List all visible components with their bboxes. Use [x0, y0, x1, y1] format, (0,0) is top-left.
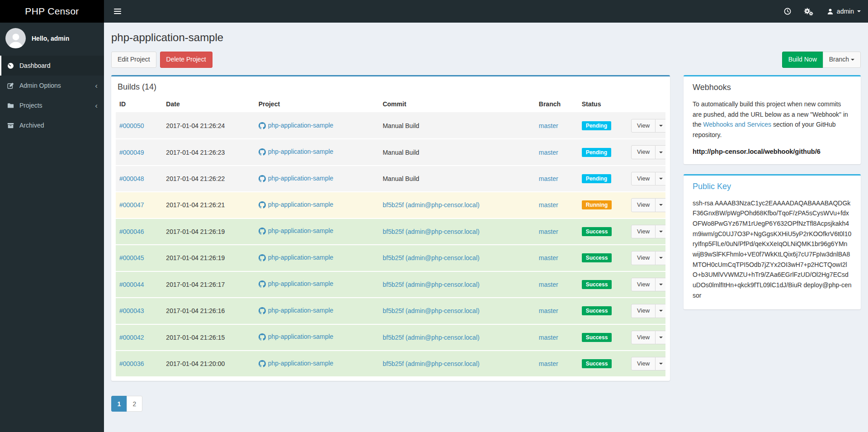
commit-link[interactable]: bf5b25f (admin@php-censor.local) — [382, 254, 479, 261]
branch-link[interactable]: master — [539, 307, 558, 314]
branch-link[interactable]: master — [539, 334, 558, 341]
branch-link[interactable]: master — [539, 281, 558, 288]
caret-down-icon — [659, 337, 663, 338]
project-link[interactable]: php-application-sample — [259, 360, 334, 367]
view-button[interactable]: View — [631, 145, 656, 159]
webhooks-and-services-link[interactable]: Webhooks and Services — [703, 121, 771, 128]
user-silhouette-icon — [7, 31, 24, 48]
webhooks-panel: Webhooks To automatically build this pro… — [684, 75, 861, 164]
table-row: #000050 2017-01-04 21:26:24 php-applicat… — [116, 113, 665, 139]
sidebar-item-dashboard[interactable]: Dashboard — [0, 56, 104, 76]
github-icon — [259, 122, 266, 129]
project-link[interactable]: php-application-sample — [259, 122, 334, 129]
pagination-page-2[interactable]: 2 — [127, 396, 142, 412]
build-date: 2017-01-04 21:26:19 — [162, 245, 255, 271]
build-id-link[interactable]: #000049 — [119, 149, 144, 156]
sidebar-menu: Dashboard Admin Options ‹ Pro — [0, 56, 104, 135]
build-id-link[interactable]: #000050 — [119, 122, 144, 129]
pagination-page-1[interactable]: 1 — [111, 396, 127, 412]
view-dropdown-toggle[interactable] — [655, 357, 665, 370]
build-id-link[interactable]: #000043 — [119, 307, 144, 314]
project-link[interactable]: php-application-sample — [259, 280, 334, 287]
commit-link[interactable]: bf5b25f (admin@php-censor.local) — [382, 307, 479, 314]
branch-link[interactable]: master — [539, 360, 558, 367]
github-icon — [259, 201, 266, 209]
project-link[interactable]: php-application-sample — [259, 148, 334, 155]
edit-project-button[interactable]: Edit Project — [111, 52, 156, 68]
status-badge: Running — [582, 200, 612, 209]
branch-dropdown-button[interactable]: Branch — [823, 52, 861, 68]
project-link[interactable]: php-application-sample — [259, 254, 334, 261]
commit-link[interactable]: bf5b25f (admin@php-censor.local) — [382, 201, 479, 209]
public-key-panel: Public Key ssh-rsa AAAAB3NzaC1yc2EAAAADA… — [684, 174, 861, 310]
build-now-button[interactable]: Build Now — [782, 52, 823, 68]
build-id-link[interactable]: #000036 — [119, 360, 144, 367]
view-button[interactable]: View — [631, 119, 656, 133]
view-button[interactable]: View — [631, 278, 656, 291]
branch-link[interactable]: master — [539, 228, 558, 235]
status-badge: Pending — [582, 148, 611, 157]
build-id-link[interactable]: #000047 — [119, 201, 144, 209]
view-dropdown-toggle[interactable] — [655, 278, 665, 291]
sidebar-item-projects[interactable]: Projects ‹ — [0, 95, 104, 115]
build-id-link[interactable]: #000044 — [119, 281, 144, 288]
app-logo[interactable]: PHP Censor — [0, 0, 104, 23]
view-dropdown-toggle[interactable] — [655, 225, 665, 238]
delete-project-button[interactable]: Delete Project — [160, 52, 212, 68]
column-header-id: ID — [116, 96, 162, 113]
branch-link[interactable]: master — [539, 201, 558, 209]
view-dropdown-toggle[interactable] — [655, 119, 665, 133]
project-link[interactable]: php-application-sample — [259, 227, 334, 234]
view-button[interactable]: View — [631, 172, 656, 185]
project-link[interactable]: php-application-sample — [259, 333, 334, 340]
view-dropdown-toggle[interactable] — [655, 304, 665, 318]
view-button[interactable]: View — [631, 225, 656, 238]
webhooks-panel-title: Webhooks — [693, 83, 852, 92]
view-dropdown-toggle[interactable] — [655, 331, 665, 344]
navbar-right: admin — [778, 0, 868, 23]
column-header-actions — [627, 96, 665, 113]
user-menu[interactable]: admin — [820, 0, 868, 23]
sidebar-toggle-button[interactable] — [111, 6, 124, 17]
settings-button[interactable] — [797, 0, 820, 23]
view-dropdown-toggle[interactable] — [655, 172, 665, 185]
view-button[interactable]: View — [631, 357, 656, 370]
clock-icon — [784, 8, 791, 15]
branch-link[interactable]: master — [539, 254, 558, 261]
branch-link[interactable]: master — [539, 149, 558, 156]
table-row: #000047 2017-01-04 21:26:21 php-applicat… — [116, 192, 665, 218]
build-id-link[interactable]: #000046 — [119, 228, 144, 235]
view-button[interactable]: View — [631, 304, 656, 318]
dashboard-gauge-icon — [7, 62, 14, 69]
branch-link[interactable]: master — [539, 122, 558, 129]
table-row: #000049 2017-01-04 21:26:23 php-applicat… — [116, 139, 665, 165]
view-button[interactable]: View — [631, 251, 656, 265]
status-badge: Success — [582, 280, 612, 289]
view-dropdown-toggle[interactable] — [655, 198, 665, 212]
webhook-url: http://php-censor.local/webhook/github/6 — [693, 148, 852, 155]
view-dropdown-toggle[interactable] — [655, 251, 665, 265]
build-timeline-button[interactable] — [778, 0, 797, 23]
sidebar-item-admin-options[interactable]: Admin Options ‹ — [0, 76, 104, 95]
view-button[interactable]: View — [631, 331, 656, 344]
pagination: 12 — [111, 396, 142, 412]
build-id-link[interactable]: #000045 — [119, 254, 144, 261]
build-id-link[interactable]: #000048 — [119, 175, 144, 182]
project-link[interactable]: php-application-sample — [259, 175, 334, 182]
commit-link[interactable]: bf5b25f (admin@php-censor.local) — [382, 360, 479, 367]
build-id-link[interactable]: #000042 — [119, 334, 144, 341]
commit-link[interactable]: bf5b25f (admin@php-censor.local) — [382, 281, 479, 288]
build-date: 2017-01-04 21:26:17 — [162, 271, 255, 298]
sidebar-item-archived[interactable]: Archived — [0, 115, 104, 135]
commit-link[interactable]: bf5b25f (admin@php-censor.local) — [382, 334, 479, 341]
view-button[interactable]: View — [631, 198, 656, 212]
commit-link[interactable]: bf5b25f (admin@php-censor.local) — [382, 228, 479, 235]
view-dropdown-toggle[interactable] — [655, 145, 665, 159]
project-link[interactable]: php-application-sample — [259, 307, 334, 314]
caret-down-icon — [659, 231, 663, 233]
github-icon — [259, 360, 266, 367]
commit-text: Manual Build — [382, 149, 419, 156]
project-link[interactable]: php-application-sample — [259, 201, 334, 208]
column-header-branch: Branch — [535, 96, 578, 113]
branch-link[interactable]: master — [539, 175, 558, 182]
